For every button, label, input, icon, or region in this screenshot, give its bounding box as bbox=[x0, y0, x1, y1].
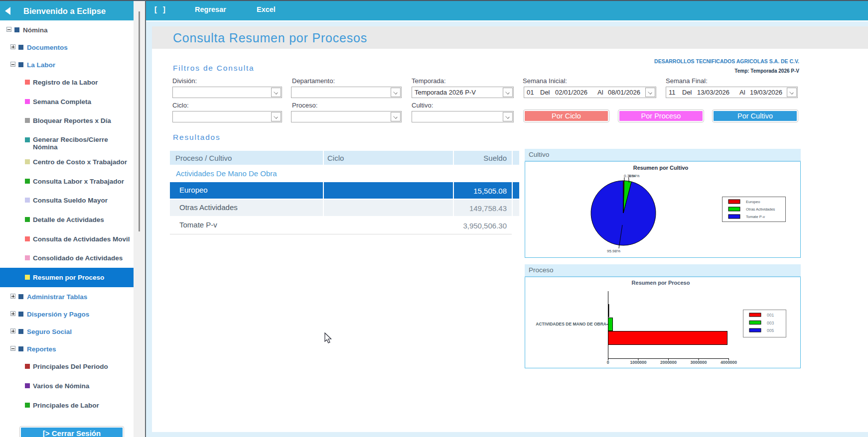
svg-text:005: 005 bbox=[767, 328, 774, 333]
svg-text:Tomate P-v: Tomate P-v bbox=[746, 215, 765, 219]
svg-text:3000000: 3000000 bbox=[690, 360, 707, 365]
svg-text:3.64%: 3.64% bbox=[628, 174, 640, 178]
svg-text:001: 001 bbox=[767, 313, 774, 318]
svg-text:1000000: 1000000 bbox=[630, 360, 646, 365]
svg-text:ACTIVIDADES DE MANO DE OBRA: ACTIVIDADES DE MANO DE OBRA bbox=[536, 322, 606, 327]
svg-text:Otras Actividades: Otras Actividades bbox=[746, 207, 775, 212]
svg-text:4000000: 4000000 bbox=[721, 360, 737, 365]
svg-text:0: 0 bbox=[607, 360, 609, 365]
svg-text:Europeo: Europeo bbox=[746, 200, 760, 204]
svg-text:95.98%: 95.98% bbox=[607, 249, 620, 253]
svg-text:2000000: 2000000 bbox=[660, 360, 677, 365]
svg-text:003: 003 bbox=[767, 321, 774, 326]
